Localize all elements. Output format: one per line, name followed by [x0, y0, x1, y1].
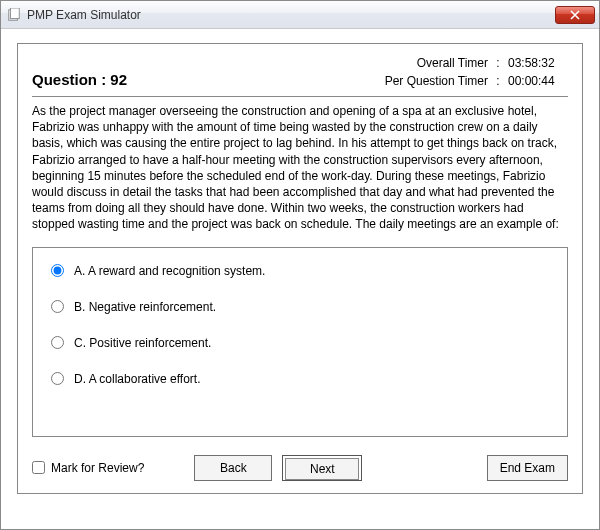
mark-for-review-label: Mark for Review? [51, 461, 144, 475]
option-c-label: C. Positive reinforcement. [74, 336, 211, 350]
mark-for-review[interactable]: Mark for Review? [32, 461, 144, 475]
overall-timer-value: 03:58:32 [508, 54, 568, 72]
close-button[interactable] [555, 6, 595, 24]
header-row: Question : 92 Overall Timer : 03:58:32 P… [32, 54, 568, 90]
overall-timer: Overall Timer : 03:58:32 [358, 54, 568, 72]
options-box: A. A reward and recognition system. B. N… [32, 247, 568, 437]
divider [32, 96, 568, 97]
next-button[interactable]: Next [285, 458, 359, 480]
titlebar: PMP Exam Simulator [1, 1, 599, 29]
back-button[interactable]: Back [194, 455, 272, 481]
option-a[interactable]: A. A reward and recognition system. [51, 264, 549, 278]
option-b-label: B. Negative reinforcement. [74, 300, 216, 314]
mark-for-review-checkbox[interactable] [32, 461, 45, 474]
option-a-label: A. A reward and recognition system. [74, 264, 265, 278]
option-d-radio[interactable] [51, 372, 64, 385]
option-d[interactable]: D. A collaborative effort. [51, 372, 549, 386]
option-c[interactable]: C. Positive reinforcement. [51, 336, 549, 350]
next-button-frame: Next [282, 455, 362, 481]
overall-timer-label: Overall Timer [358, 54, 488, 72]
close-icon [570, 10, 580, 20]
per-question-timer-label: Per Question Timer [358, 72, 488, 90]
question-number: Question : 92 [32, 71, 127, 90]
option-c-radio[interactable] [51, 336, 64, 349]
option-a-radio[interactable] [51, 264, 64, 277]
option-b-radio[interactable] [51, 300, 64, 313]
option-d-label: D. A collaborative effort. [74, 372, 201, 386]
per-question-timer: Per Question Timer : 00:00:44 [358, 72, 568, 90]
footer-row: Mark for Review? Back Next End Exam [32, 455, 568, 481]
main-panel: Question : 92 Overall Timer : 03:58:32 P… [17, 43, 583, 494]
content-area: Question : 92 Overall Timer : 03:58:32 P… [1, 29, 599, 506]
svg-rect-1 [11, 8, 20, 19]
question-text: As the project manager overseeing the co… [32, 103, 568, 233]
window-title: PMP Exam Simulator [27, 8, 555, 22]
timers: Overall Timer : 03:58:32 Per Question Ti… [358, 54, 568, 90]
end-exam-button[interactable]: End Exam [487, 455, 568, 481]
app-icon [7, 8, 21, 22]
option-b[interactable]: B. Negative reinforcement. [51, 300, 549, 314]
per-question-timer-value: 00:00:44 [508, 72, 568, 90]
app-window: PMP Exam Simulator Question : 92 Overall… [0, 0, 600, 530]
